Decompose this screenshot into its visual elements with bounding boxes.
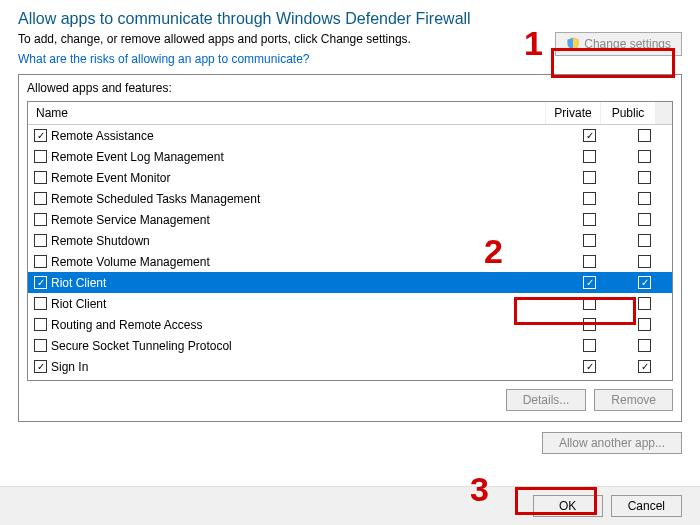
private-cell <box>562 192 617 205</box>
app-enabled-checkbox[interactable]: ✓ <box>34 129 47 142</box>
public-checkbox[interactable] <box>638 318 651 331</box>
top-row: What are the risks of allowing an app to… <box>18 52 682 74</box>
app-name-label: Remote Volume Management <box>51 255 210 269</box>
public-cell <box>617 129 672 142</box>
col-header-private[interactable]: Private <box>546 102 601 124</box>
public-checkbox[interactable]: ✓ <box>638 276 651 289</box>
private-checkbox[interactable] <box>583 255 596 268</box>
public-checkbox[interactable] <box>638 192 651 205</box>
table-row[interactable]: Remote Volume Management <box>28 251 672 272</box>
name-cell: Riot Client <box>28 297 562 311</box>
table-row[interactable]: Remote Shutdown <box>28 230 672 251</box>
app-enabled-checkbox[interactable] <box>34 255 47 268</box>
app-name-label: Remote Shutdown <box>51 234 150 248</box>
table-row[interactable]: ✓Riot Client✓✓ <box>28 272 672 293</box>
remove-button[interactable]: Remove <box>594 389 673 411</box>
change-settings-button[interactable]: Change settings <box>555 32 682 56</box>
public-cell: ✓ <box>617 360 672 373</box>
app-enabled-checkbox[interactable] <box>34 213 47 226</box>
table-row[interactable]: Riot Client <box>28 293 672 314</box>
table-row[interactable]: Routing and Remote Access <box>28 314 672 335</box>
app-enabled-checkbox[interactable] <box>34 297 47 310</box>
app-enabled-checkbox[interactable]: ✓ <box>34 276 47 289</box>
public-cell <box>617 171 672 184</box>
public-cell <box>617 297 672 310</box>
private-checkbox[interactable] <box>583 171 596 184</box>
app-enabled-checkbox[interactable] <box>34 339 47 352</box>
table-header: Name Private Public <box>28 102 672 125</box>
name-cell: Remote Event Monitor <box>28 171 562 185</box>
table-row[interactable]: Secure Socket Tunneling Protocol <box>28 335 672 356</box>
private-checkbox[interactable] <box>583 192 596 205</box>
table-row[interactable]: ✓Sign In✓✓ <box>28 356 672 377</box>
app-enabled-checkbox[interactable] <box>34 150 47 163</box>
table-row[interactable]: Remote Event Log Management <box>28 146 672 167</box>
table-row[interactable]: Remote Service Management <box>28 209 672 230</box>
public-checkbox[interactable] <box>638 150 651 163</box>
name-cell: Remote Scheduled Tasks Management <box>28 192 562 206</box>
apps-table: Name Private Public ✓Remote Assistance✓R… <box>27 101 673 381</box>
private-checkbox[interactable] <box>583 318 596 331</box>
private-checkbox[interactable] <box>583 234 596 247</box>
public-checkbox[interactable] <box>638 255 651 268</box>
public-cell: ✓ <box>617 276 672 289</box>
ok-button[interactable]: OK <box>533 495 603 517</box>
name-cell: Routing and Remote Access <box>28 318 562 332</box>
app-name-label: Remote Event Log Management <box>51 150 224 164</box>
public-checkbox[interactable] <box>638 213 651 226</box>
name-cell: Remote Volume Management <box>28 255 562 269</box>
private-cell: ✓ <box>562 360 617 373</box>
app-name-label: Sign In <box>51 360 88 374</box>
public-cell <box>617 234 672 247</box>
name-cell: ✓Sign In <box>28 360 562 374</box>
private-cell <box>562 255 617 268</box>
public-cell <box>617 318 672 331</box>
app-name-label: Remote Scheduled Tasks Management <box>51 192 260 206</box>
private-cell: ✓ <box>562 129 617 142</box>
app-enabled-checkbox[interactable]: ✓ <box>34 360 47 373</box>
details-button[interactable]: Details... <box>506 389 587 411</box>
private-checkbox[interactable]: ✓ <box>583 276 596 289</box>
public-checkbox[interactable] <box>638 297 651 310</box>
app-enabled-checkbox[interactable] <box>34 234 47 247</box>
row-action-buttons: Details... Remove <box>27 389 673 411</box>
public-cell <box>617 150 672 163</box>
table-body[interactable]: ✓Remote Assistance✓Remote Event Log Mana… <box>28 125 672 377</box>
app-name-label: Remote Assistance <box>51 129 154 143</box>
app-name-label: Riot Client <box>51 276 106 290</box>
app-enabled-checkbox[interactable] <box>34 171 47 184</box>
private-cell <box>562 171 617 184</box>
app-enabled-checkbox[interactable] <box>34 192 47 205</box>
private-cell <box>562 213 617 226</box>
public-checkbox[interactable] <box>638 339 651 352</box>
risk-link[interactable]: What are the risks of allowing an app to… <box>18 52 309 66</box>
private-checkbox[interactable]: ✓ <box>583 129 596 142</box>
public-checkbox[interactable]: ✓ <box>638 360 651 373</box>
firewall-allowed-apps-panel: Allow apps to communicate through Window… <box>0 0 700 454</box>
public-checkbox[interactable] <box>638 129 651 142</box>
app-enabled-checkbox[interactable] <box>34 318 47 331</box>
section-label: Allowed apps and features: <box>27 81 673 95</box>
public-cell <box>617 213 672 226</box>
private-checkbox[interactable] <box>583 339 596 352</box>
cancel-button[interactable]: Cancel <box>611 495 682 517</box>
allow-another-app-button[interactable]: Allow another app... <box>542 432 682 454</box>
table-row[interactable]: Remote Scheduled Tasks Management <box>28 188 672 209</box>
public-checkbox[interactable] <box>638 171 651 184</box>
private-checkbox[interactable] <box>583 213 596 226</box>
public-checkbox[interactable] <box>638 234 651 247</box>
private-checkbox[interactable] <box>583 297 596 310</box>
allow-another-row: Allow another app... <box>18 432 682 454</box>
private-checkbox[interactable]: ✓ <box>583 360 596 373</box>
private-cell: ✓ <box>562 276 617 289</box>
name-cell: Remote Service Management <box>28 213 562 227</box>
name-cell: ✓Riot Client <box>28 276 562 290</box>
table-row[interactable]: ✓Remote Assistance✓ <box>28 125 672 146</box>
col-header-name[interactable]: Name <box>28 102 546 124</box>
private-checkbox[interactable] <box>583 150 596 163</box>
app-name-label: Riot Client <box>51 297 106 311</box>
table-row[interactable]: Remote Event Monitor <box>28 167 672 188</box>
col-header-public[interactable]: Public <box>601 102 656 124</box>
name-cell: Remote Shutdown <box>28 234 562 248</box>
public-cell <box>617 255 672 268</box>
